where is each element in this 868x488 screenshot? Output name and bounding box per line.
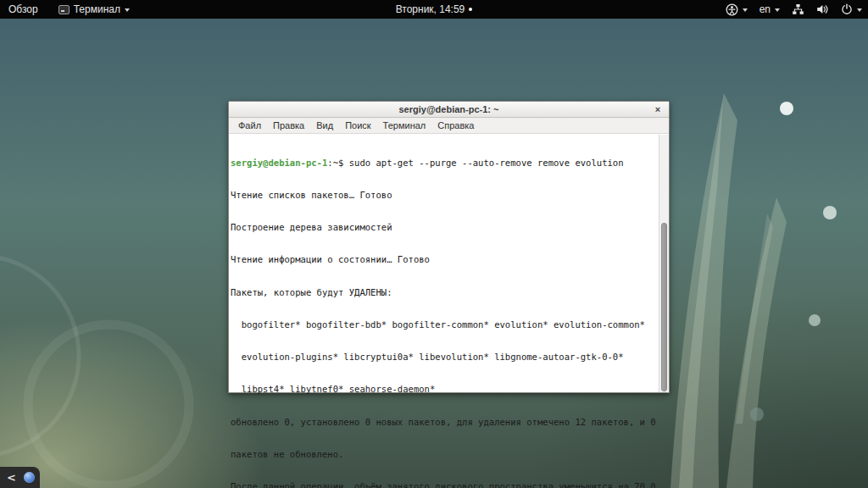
network-indicator[interactable] bbox=[786, 0, 810, 19]
app-menu-label: Терминал bbox=[74, 3, 120, 15]
output-line: libpst4* libytnef0* seahorse-daemon* bbox=[231, 384, 658, 395]
output-line: Пакеты, которые будут УДАЛЕНЫ: bbox=[231, 287, 658, 298]
menu-file[interactable]: Файл bbox=[232, 118, 267, 134]
output-line: bogofilter* bogofilter-bdb* bogofilter-c… bbox=[231, 319, 658, 330]
power-icon bbox=[841, 3, 853, 15]
output-line: Чтение информации о состоянии… Готово bbox=[231, 254, 658, 265]
output-line: После данной операции, объём занятого ди… bbox=[231, 481, 658, 488]
accessibility-menu[interactable] bbox=[720, 0, 754, 19]
output-line: evolution-plugins* libcryptui0a* libevol… bbox=[231, 352, 658, 363]
bottom-tray[interactable]: < bbox=[0, 467, 40, 488]
chevron-down-icon bbox=[125, 8, 130, 12]
top-bar: Обзор Терминал Вторник, 14:59 en bbox=[0, 0, 868, 19]
scrollbar-thumb[interactable] bbox=[661, 223, 667, 391]
accessibility-icon bbox=[726, 3, 738, 16]
app-menu-terminal[interactable]: Терминал bbox=[50, 0, 138, 19]
command-text: sudo apt-get --purge --auto-remove remov… bbox=[349, 158, 624, 168]
notification-dot bbox=[469, 8, 472, 11]
output-line: обновлено 0, установлено 0 новых пакетов… bbox=[231, 417, 658, 428]
menu-search[interactable]: Поиск bbox=[339, 118, 376, 134]
output-line: Чтение списков пакетов… Готово bbox=[231, 190, 658, 201]
window-titlebar[interactable]: sergiy@debian-pc-1: ~ × bbox=[229, 102, 669, 118]
clock-button[interactable]: Вторник, 14:59 bbox=[387, 0, 481, 19]
output-line: пакетов не обновлено. bbox=[231, 449, 658, 460]
clock-label: Вторник, 14:59 bbox=[396, 3, 465, 15]
terminal-body: sergiy@debian-pc-1:~$ sudo apt-get --pur… bbox=[229, 135, 669, 392]
chevron-down-icon bbox=[857, 8, 862, 12]
close-button[interactable]: × bbox=[651, 103, 665, 116]
activities-button[interactable]: Обзор bbox=[0, 0, 47, 19]
volume-indicator[interactable] bbox=[810, 0, 835, 19]
menu-edit[interactable]: Правка bbox=[267, 118, 310, 134]
prompt-line: sergiy@debian-pc-1:~$ sudo apt-get --pur… bbox=[231, 158, 658, 169]
menu-help[interactable]: Справка bbox=[431, 118, 480, 134]
output-line: Построение дерева зависимостей bbox=[231, 222, 658, 233]
terminal-window: sergiy@debian-pc-1: ~ × Файл Правка Вид … bbox=[228, 101, 670, 393]
network-icon bbox=[792, 3, 804, 15]
prompt-tail: :~$ bbox=[327, 158, 348, 168]
keyboard-layout-menu[interactable]: en bbox=[754, 0, 786, 19]
menu-terminal[interactable]: Терминал bbox=[377, 118, 432, 134]
volume-icon bbox=[816, 3, 829, 15]
terminal-menubar: Файл Правка Вид Поиск Терминал Справка bbox=[229, 118, 669, 134]
terminal-scrollbar[interactable] bbox=[659, 135, 669, 392]
chevron-down-icon bbox=[743, 8, 748, 12]
chevron-down-icon bbox=[775, 8, 780, 12]
keyboard-layout-label: en bbox=[760, 3, 771, 15]
prompt-user: sergiy@debian-pc-1 bbox=[231, 158, 327, 168]
terminal-app-icon bbox=[58, 5, 70, 14]
activities-label: Обзор bbox=[8, 3, 38, 15]
power-menu[interactable] bbox=[835, 0, 868, 19]
tray-expand-chevron-icon[interactable]: < bbox=[7, 472, 16, 483]
menu-view[interactable]: Вид bbox=[310, 118, 339, 134]
tray-blue-status-icon[interactable] bbox=[24, 472, 35, 483]
window-title: sergiy@debian-pc-1: ~ bbox=[398, 104, 498, 114]
terminal-content[interactable]: sergiy@debian-pc-1:~$ sudo apt-get --pur… bbox=[231, 136, 658, 392]
